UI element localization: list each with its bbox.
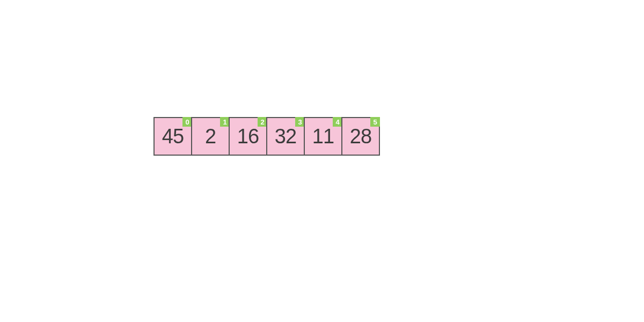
array-cell: 1 2	[191, 117, 230, 156]
index-label: 5	[373, 119, 377, 126]
array-cell: 2 16	[229, 117, 267, 156]
array-row: 0 45 1 2 2 16 3 32 4 11	[153, 117, 380, 156]
index-label: 1	[223, 119, 226, 126]
array-cell: 5 28	[341, 117, 380, 156]
cell-value: 45	[162, 126, 184, 147]
diagram-stage: 0 45 1 2 2 16 3 32 4 11	[0, 0, 644, 322]
index-tag: 5	[370, 117, 380, 127]
array-cell: 0 45	[153, 117, 192, 156]
cell-value: 2	[205, 126, 216, 147]
index-label: 0	[185, 119, 189, 126]
cell-value: 11	[312, 126, 334, 147]
cell-value: 32	[275, 126, 296, 147]
cell-value: 16	[237, 126, 259, 147]
array-cell: 3 32	[266, 117, 305, 156]
cell-value: 28	[350, 126, 371, 147]
index-label: 2	[260, 119, 264, 126]
array-cell: 4 11	[304, 117, 342, 156]
index-label: 4	[335, 119, 339, 126]
index-label: 3	[298, 119, 302, 126]
